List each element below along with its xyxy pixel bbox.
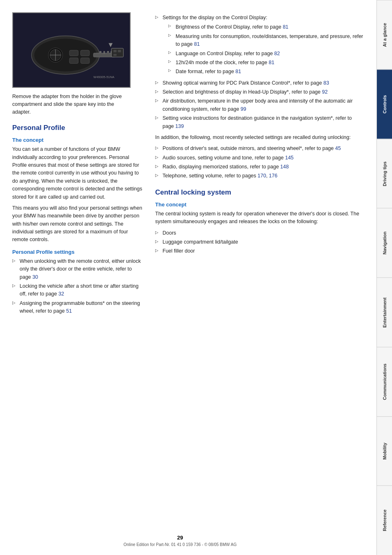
svg-rect-18 xyxy=(118,50,121,52)
svg-rect-17 xyxy=(114,50,117,52)
list-item: Selection and brightness of display in H… xyxy=(155,88,363,96)
car-key-image: W49305-51NA xyxy=(12,12,131,88)
page-link-148[interactable]: 148 xyxy=(280,164,289,170)
list-item: Radio, displaying memorized stations, re… xyxy=(155,163,363,171)
svg-rect-8 xyxy=(81,50,90,56)
svg-rect-19 xyxy=(114,54,117,56)
right-column: Settings for the display on the Control … xyxy=(155,12,363,318)
svg-rect-14 xyxy=(107,51,109,53)
two-column-layout: W49305-51NA Remove the adapter from the … xyxy=(12,12,363,318)
page-link-170[interactable]: 170 xyxy=(258,173,266,179)
addition-bullets-list: Positions of driver's seat, outside mirr… xyxy=(155,145,363,180)
list-item: Brightness of the Control Display, refer… xyxy=(168,23,363,31)
page-link-30[interactable]: 30 xyxy=(32,274,38,280)
sidebar-tab-reference[interactable]: Reference xyxy=(377,486,392,555)
concept-text-1: You can set a number of functions of you… xyxy=(12,145,143,201)
svg-text:W49305-51NA: W49305-51NA xyxy=(94,75,115,79)
page-number: 29 xyxy=(177,535,183,541)
page-link-81b[interactable]: 81 xyxy=(194,41,200,47)
list-item: Date format, refer to page 81 xyxy=(168,68,363,76)
sidebar-tab-entertainment[interactable]: Entertainment xyxy=(377,278,392,347)
list-item: Fuel filler door xyxy=(155,247,363,255)
central-concept-subtitle: The concept xyxy=(155,201,363,208)
list-item: Luggage compartment lid/tailgate xyxy=(155,238,363,246)
list-item: Audio sources, setting volume and tone, … xyxy=(155,154,363,162)
list-item: Setting voice instructions for destinati… xyxy=(155,114,363,130)
concept-subtitle: The concept xyxy=(12,137,143,143)
list-item: Locking the vehicle after a short time o… xyxy=(12,282,143,298)
addition-text: In addition, the following, most recentl… xyxy=(155,134,363,141)
sub-list: Brightness of the Control Display, refer… xyxy=(163,23,363,76)
sidebar-tab-communications[interactable]: Communications xyxy=(377,347,392,416)
page-link-83[interactable]: 83 xyxy=(323,80,329,86)
footer-text: Online Edition for Part-Nr. 01 41 0 159 … xyxy=(124,542,237,547)
central-locking-bullets: Doors Luggage compartment lid/tailgate F… xyxy=(155,229,363,255)
list-item: Doors xyxy=(155,229,363,237)
list-item: Showing optical warning for PDC Park Dis… xyxy=(155,79,363,87)
page-link-176[interactable]: 176 xyxy=(269,173,278,179)
page-link-81a[interactable]: 81 xyxy=(283,24,288,30)
svg-rect-13 xyxy=(103,51,105,54)
profile-settings-list: When unlocking with the remote control, … xyxy=(12,257,143,316)
sidebar-tab-navigation[interactable]: Navigation xyxy=(377,208,392,278)
page-link-51[interactable]: 51 xyxy=(66,308,72,314)
left-column: W49305-51NA Remove the adapter from the … xyxy=(12,12,143,318)
page-link-99[interactable]: 99 xyxy=(241,106,246,112)
page-link-82[interactable]: 82 xyxy=(274,51,280,56)
display-settings-list: Settings for the display on the Control … xyxy=(155,14,363,130)
sidebar-tab-at-a-glance[interactable]: At a glance xyxy=(377,0,392,69)
list-item: 12h/24h mode of the clock, refer to page… xyxy=(168,59,363,67)
concept-text-2: This means you will also find your perso… xyxy=(12,204,143,244)
sidebar-tab-mobility[interactable]: Mobility xyxy=(377,416,392,486)
list-item: Telephone, setting volume, refer to page… xyxy=(155,172,363,180)
svg-rect-10 xyxy=(81,58,90,64)
page-link-45[interactable]: 45 xyxy=(335,145,341,151)
sidebar-tab-controls[interactable]: Controls xyxy=(377,69,392,139)
page-link-145[interactable]: 145 xyxy=(285,155,294,161)
page-link-32[interactable]: 32 xyxy=(58,291,64,297)
page-link-92[interactable]: 92 xyxy=(322,89,328,95)
svg-rect-16 xyxy=(111,48,123,57)
list-item: Assigning the programmable buttons* on t… xyxy=(12,300,143,316)
list-item: Positions of driver's seat, outside mirr… xyxy=(155,145,363,152)
personal-profile-title: Personal Profile xyxy=(12,124,143,132)
page-link-139[interactable]: 139 xyxy=(175,123,184,129)
sidebar: At a glance Controls Driving tips Naviga… xyxy=(376,0,392,555)
list-item: When unlocking with the remote control, … xyxy=(12,257,143,281)
svg-rect-12 xyxy=(99,51,101,53)
image-caption: Remove the adapter from the holder in th… xyxy=(12,93,131,116)
list-item: Measuring units for consumption, route/d… xyxy=(168,33,363,49)
list-item: Air distribution, temperature in the upp… xyxy=(155,97,363,113)
svg-rect-9 xyxy=(69,58,78,64)
central-locking-title: Central locking system xyxy=(155,188,363,197)
main-content: W49305-51NA Remove the adapter from the … xyxy=(0,0,376,555)
list-item: Language on Control Display, refer to pa… xyxy=(168,50,363,58)
page-link-81d[interactable]: 81 xyxy=(236,69,241,74)
page-container: W49305-51NA Remove the adapter from the … xyxy=(0,0,392,555)
list-item: Settings for the display on the Control … xyxy=(155,14,363,76)
profile-settings-subtitle: Personal Profile settings xyxy=(12,249,143,255)
sidebar-tab-driving-tips[interactable]: Driving tips xyxy=(377,139,392,208)
page-footer: 29 Online Edition for Part-Nr. 01 41 0 1… xyxy=(0,535,360,547)
central-concept-text: The central locking system is ready for … xyxy=(155,210,363,226)
page-link-81c[interactable]: 81 xyxy=(269,60,274,65)
svg-rect-7 xyxy=(69,50,78,56)
